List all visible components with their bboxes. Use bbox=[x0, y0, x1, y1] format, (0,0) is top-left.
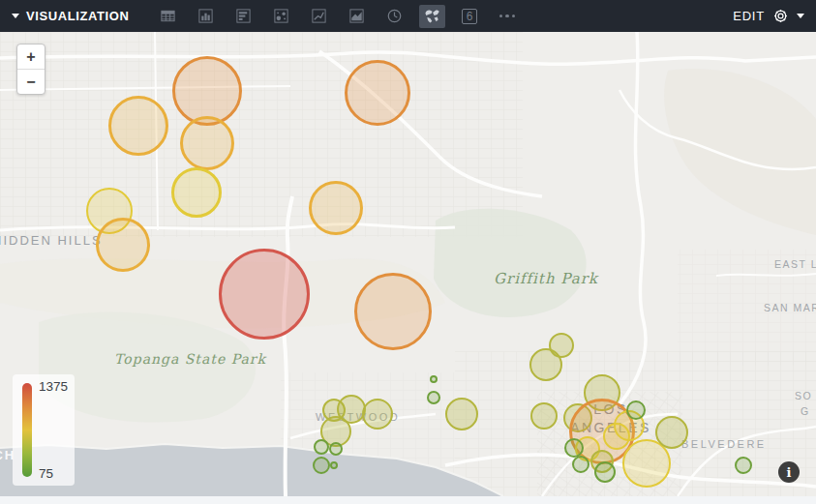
line-chart-icon[interactable] bbox=[306, 5, 332, 28]
map-bubble[interactable] bbox=[180, 116, 234, 170]
toolbar-title: VISUALIZATION bbox=[26, 9, 130, 23]
map-bubble[interactable] bbox=[430, 375, 438, 383]
gear-icon[interactable] bbox=[772, 8, 789, 24]
toolbar: VISUALIZATION 6 EDIT bbox=[0, 0, 816, 32]
map-bubble[interactable] bbox=[354, 273, 432, 350]
horizontal-bar-chart-icon[interactable] bbox=[230, 5, 257, 28]
map-bubble[interactable] bbox=[219, 249, 310, 340]
data-table-icon[interactable] bbox=[155, 5, 181, 28]
map-canvas[interactable]: HIDDEN HILLSTopanga State ParkGriffith P… bbox=[0, 32, 816, 496]
map-bubble[interactable] bbox=[329, 442, 343, 456]
map-bubble[interactable] bbox=[309, 181, 363, 235]
map-bubble[interactable] bbox=[603, 423, 630, 450]
map-bubble[interactable] bbox=[735, 457, 752, 474]
map-info-button[interactable]: i bbox=[778, 461, 800, 483]
map-bubble[interactable] bbox=[530, 402, 558, 430]
time-chart-icon[interactable] bbox=[381, 5, 408, 28]
visualization-app: VISUALIZATION 6 EDIT bbox=[0, 0, 816, 504]
visualization-menu-toggle[interactable]: VISUALIZATION bbox=[12, 9, 130, 23]
map-bubble[interactable] bbox=[655, 416, 688, 449]
map-bubble-layer bbox=[0, 32, 816, 496]
map-bubble[interactable] bbox=[345, 60, 410, 126]
edit-caret-down-icon[interactable] bbox=[797, 14, 804, 18]
metric-icon[interactable]: 6 bbox=[457, 5, 483, 28]
scatter-plot-icon[interactable] bbox=[268, 5, 294, 28]
viz-type-icon-row: 6 bbox=[155, 5, 521, 28]
zoom-out-button[interactable]: − bbox=[17, 70, 45, 94]
color-legend: 1375 75 bbox=[13, 374, 75, 486]
zoom-control: + − bbox=[16, 44, 45, 95]
area-chart-icon[interactable] bbox=[344, 5, 370, 28]
edit-controls: EDIT bbox=[733, 8, 804, 24]
map-bubble[interactable] bbox=[108, 96, 168, 156]
map-bubble[interactable] bbox=[594, 461, 616, 483]
caret-down-icon bbox=[12, 14, 19, 18]
edit-button[interactable]: EDIT bbox=[733, 9, 765, 23]
map-bubble[interactable] bbox=[330, 461, 338, 469]
map-bubble[interactable] bbox=[313, 457, 330, 474]
map-bubble[interactable] bbox=[564, 438, 584, 458]
zoom-in-button[interactable]: + bbox=[17, 44, 45, 70]
legend-gradient-bar bbox=[22, 383, 32, 477]
legend-max-value: 1375 bbox=[39, 379, 68, 394]
map-bubble[interactable] bbox=[445, 398, 478, 430]
tile-map-icon[interactable] bbox=[419, 5, 445, 28]
map-bubble[interactable] bbox=[171, 167, 222, 218]
map-bubble[interactable] bbox=[529, 348, 562, 381]
legend-min-value: 75 bbox=[39, 466, 53, 481]
map-bubble[interactable] bbox=[626, 400, 646, 420]
map-bubble[interactable] bbox=[314, 439, 329, 455]
map-bubble[interactable] bbox=[427, 391, 440, 404]
map-bubble[interactable] bbox=[96, 218, 150, 272]
map-bubble[interactable] bbox=[572, 456, 589, 473]
map-bubble[interactable] bbox=[362, 399, 393, 430]
vertical-bar-chart-icon[interactable] bbox=[193, 5, 219, 28]
more-icon[interactable] bbox=[495, 5, 521, 28]
